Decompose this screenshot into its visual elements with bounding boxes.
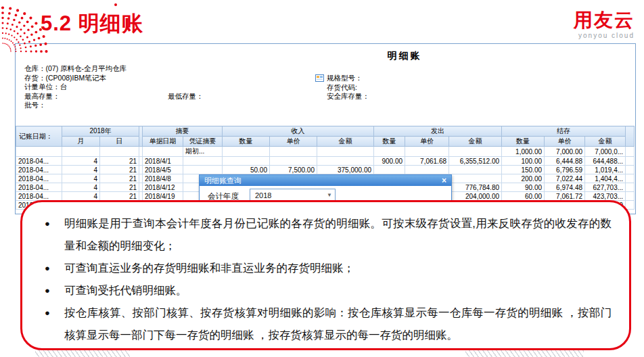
cell[interactable] xyxy=(626,157,635,166)
cell[interactable] xyxy=(183,157,223,166)
col-header-out-amount[interactable]: 金额 xyxy=(449,137,502,147)
cell[interactable]: 6,974.48 xyxy=(545,183,585,192)
cell[interactable]: 60.00 xyxy=(502,192,545,201)
cell[interactable]: 4 xyxy=(62,192,100,201)
cell[interactable]: 2018/4/8 xyxy=(143,174,183,183)
cell[interactable] xyxy=(317,157,374,166)
cell[interactable] xyxy=(626,183,635,192)
cell[interactable]: 900.00 xyxy=(374,157,405,166)
cell[interactable] xyxy=(626,201,635,210)
col-header-in-qty[interactable]: 数量 xyxy=(223,137,270,147)
note-item: 可查询直运业务的存货明细账和非直运业务的存货明细账； xyxy=(44,257,612,279)
cell[interactable]: 6,444.88 xyxy=(545,157,585,166)
cell[interactable] xyxy=(626,147,635,157)
cell[interactable]: 4 xyxy=(62,183,100,192)
cell[interactable]: 21 xyxy=(100,166,139,174)
cell[interactable]: 7,061.68 xyxy=(405,157,449,166)
cell[interactable]: 1,019,4... xyxy=(585,166,626,174)
cell[interactable]: 1,000.00 xyxy=(502,147,545,157)
cell[interactable]: 627,703... xyxy=(585,183,626,192)
cell[interactable] xyxy=(449,147,502,157)
cell[interactable]: 21 xyxy=(100,157,139,166)
cell[interactable]: 423,703... xyxy=(585,192,626,201)
col-header-posting-date[interactable]: 记账日期： xyxy=(16,126,62,147)
cell[interactable]: 50.00 xyxy=(223,166,270,174)
col-header-in-amount[interactable]: 金额 xyxy=(317,137,374,147)
col-header-bal-price[interactable]: 单价 xyxy=(545,137,585,147)
cell[interactable]: 7,000.00 xyxy=(545,147,585,157)
cell[interactable]: 4 xyxy=(62,174,100,183)
cell[interactable]: 7,061.72 xyxy=(545,192,585,201)
cell[interactable] xyxy=(405,147,449,157)
cell[interactable]: 21 xyxy=(100,183,139,192)
cell[interactable] xyxy=(626,166,635,174)
col-header-bal-amount[interactable]: 金额 xyxy=(585,137,626,147)
cell[interactable] xyxy=(223,157,270,166)
cell[interactable]: 375,000.00 xyxy=(317,166,374,174)
grid-icon[interactable] xyxy=(315,74,324,82)
col-header-bal-qty[interactable]: 数量 xyxy=(502,137,545,147)
cell[interactable] xyxy=(405,166,449,174)
cell[interactable]: 2018-04... xyxy=(16,157,62,166)
cell[interactable]: 2018/4/19 xyxy=(143,192,183,201)
cell[interactable]: 2018/4/12 xyxy=(143,183,183,192)
cell[interactable]: 21 xyxy=(100,192,139,201)
cell[interactable] xyxy=(317,147,374,157)
cell[interactable] xyxy=(626,192,635,201)
cell[interactable]: 期初... xyxy=(183,147,223,157)
dialog-titlebar[interactable]: 明细账查询 × xyxy=(200,175,451,186)
cell[interactable]: 776,784.80 xyxy=(449,183,502,192)
cell[interactable]: 4 xyxy=(62,166,100,174)
col-header-doc-date[interactable]: 单据日期 xyxy=(143,137,183,147)
cell[interactable]: 7,500.00 xyxy=(270,166,317,174)
cell[interactable]: 2018-04... xyxy=(16,166,62,174)
cell[interactable]: 6,355,512.00 xyxy=(449,157,502,166)
cell[interactable]: 2018/4/5 xyxy=(143,166,183,174)
cell[interactable]: 2018-04... xyxy=(16,183,62,192)
cell[interactable] xyxy=(374,147,405,157)
cell[interactable] xyxy=(270,157,317,166)
table-row[interactable]: 2018-04...4212018/4/550.007,500.00375,00… xyxy=(16,166,635,174)
safe-stock-label: 安全库存量： xyxy=(327,92,369,101)
col-header-in-price[interactable]: 单价 xyxy=(270,137,317,147)
note-item: 明细账是用于查询本会计年度各月份已记账的各存货的明细账。可按末级存货设置,用来反… xyxy=(44,212,612,257)
cell[interactable] xyxy=(62,147,100,157)
cell[interactable]: 2018-04... xyxy=(16,192,62,201)
cell[interactable]: 7,000,0... xyxy=(585,147,626,157)
brand-subtitle: yonyou cloud xyxy=(574,32,635,39)
cell[interactable]: 90.00 xyxy=(502,183,545,192)
cell[interactable]: 7,022.44 xyxy=(545,174,585,183)
cell[interactable] xyxy=(223,147,270,157)
cell[interactable] xyxy=(270,147,317,157)
cell[interactable]: 200.00 xyxy=(502,174,545,183)
col-header-month[interactable]: 月 xyxy=(62,137,100,147)
cell[interactable] xyxy=(143,147,183,157)
cell[interactable]: 4 xyxy=(62,157,100,166)
cell[interactable] xyxy=(449,174,502,183)
cell[interactable]: 644,488... xyxy=(585,157,626,166)
col-group-in: 收入 xyxy=(223,126,374,137)
cell[interactable]: 1,404,4... xyxy=(585,174,626,183)
table-row[interactable]: 2018-04...4212018/4/1900.007,061.686,355… xyxy=(16,157,635,166)
col-header-out-price[interactable]: 单价 xyxy=(405,137,449,147)
table-row[interactable]: 期初...1,000.007,000.007,000,0... xyxy=(16,147,635,157)
col-header-day[interactable]: 日 xyxy=(100,137,139,147)
cell[interactable]: 2018/4/1 xyxy=(143,157,183,166)
cell[interactable] xyxy=(626,174,635,183)
cell[interactable] xyxy=(16,147,62,157)
cell[interactable]: 6,796.59 xyxy=(545,166,585,174)
cell[interactable] xyxy=(374,166,405,174)
cell[interactable] xyxy=(449,166,502,174)
cell[interactable]: 204,000.00 xyxy=(449,192,502,201)
cell[interactable] xyxy=(183,166,223,174)
dialog-title: 明细账查询 xyxy=(204,176,242,186)
cell[interactable]: 150.00 xyxy=(502,166,545,174)
col-header-voucher-summary[interactable]: 凭证摘要 xyxy=(183,137,223,147)
report-title: 明细账 xyxy=(357,50,452,62)
close-icon[interactable]: × xyxy=(442,176,446,185)
col-header-out-qty[interactable]: 数量 xyxy=(374,137,405,147)
cell[interactable]: 100.00 xyxy=(502,157,545,166)
cell[interactable] xyxy=(100,147,139,157)
cell[interactable]: 2018-04... xyxy=(16,174,62,183)
cell[interactable]: 21 xyxy=(100,174,139,183)
